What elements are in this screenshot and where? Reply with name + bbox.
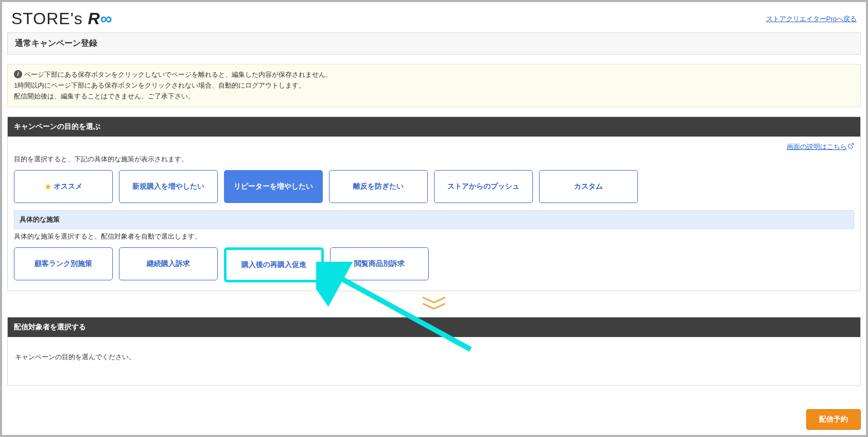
goal-option-new-purchase[interactable]: 新規購入を増やしたい [119, 170, 218, 203]
goal-option-store-push[interactable]: ストアからのプッシュ [434, 170, 533, 203]
target-prompt: キャンペーンの目的を選んでください。 [8, 337, 860, 385]
page-title: 通常キャンペーン登録 [15, 38, 853, 49]
measure-option-repurchase[interactable]: 購入後の再購入促進 [227, 250, 321, 280]
measure-option-continue[interactable]: 継続購入訴求 [119, 247, 218, 280]
notice-banner: i ページ下部にある保存ボタンをクリックしないでページを離れると、編集した内容が… [7, 64, 861, 107]
highlight-annotation: 購入後の再購入促進 [224, 247, 324, 282]
target-section: 配信対象者を選択する キャンペーンの目的を選んでください。 [7, 317, 861, 386]
info-icon: i [14, 70, 22, 78]
goal-option-custom[interactable]: カスタム [539, 170, 638, 203]
back-to-store-creator-link[interactable]: ストアクリエイターProへ戻る [766, 14, 857, 24]
svg-line-0 [850, 144, 854, 147]
notice-line3: 配信開始後は、編集することはできません。ご了承下さい。 [14, 91, 854, 102]
reserve-delivery-button[interactable]: 配信予約 [806, 409, 861, 430]
section-header-target: 配信対象者を選択する [8, 317, 860, 337]
goal-option-repeater[interactable]: リピーターを増やしたい [224, 170, 323, 203]
expand-chevron-icon[interactable] [2, 296, 866, 313]
logo: STORE's R∞ [11, 9, 113, 28]
notice-line2: 1時間以内にページ下部にある保存ボタンをクリックされない場合、自動的にログアウト… [14, 80, 854, 91]
star-icon: ★ [45, 182, 51, 191]
measure-option-browsed[interactable]: 閲覧商品別訴求 [330, 247, 429, 280]
external-link-icon [848, 143, 854, 150]
page-title-bar: 通常キャンペーン登録 [7, 32, 861, 55]
screen-help-link[interactable]: 画面の説明はこちら [787, 143, 854, 150]
sub-desc: 具体的な施策を選択すると、配信対象者を自動で選出します。 [14, 232, 854, 241]
sub-header-measures: 具体的な施策 [14, 210, 854, 229]
notice-line1: ページ下部にある保存ボタンをクリックしないでページを離れると、編集した内容が保存… [24, 70, 332, 80]
goal-option-recommend[interactable]: ★オススメ [14, 170, 113, 203]
goal-option-prevent-churn[interactable]: 離反を防ぎたい [329, 170, 428, 203]
section-header-goal: キャンペーンの目的を選ぶ [8, 117, 860, 137]
campaign-goal-section: キャンペーンの目的を選ぶ 画面の説明はこちら 目的を選択すると、下記の具体的な施… [7, 116, 861, 291]
goal-desc: 目的を選択すると、下記の具体的な施策が表示されます。 [14, 155, 854, 164]
measure-option-rank[interactable]: 顧客ランク別施策 [14, 247, 113, 280]
